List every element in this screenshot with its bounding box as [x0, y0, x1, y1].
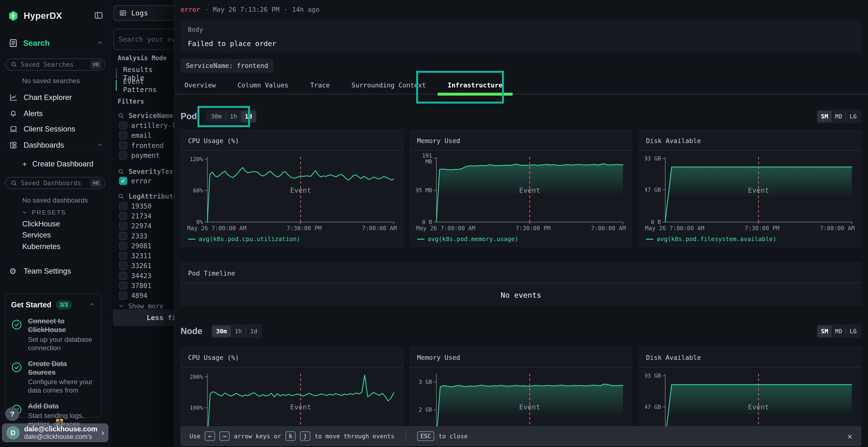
shortcut-badge: ⌘K	[90, 61, 102, 69]
service-name-tag[interactable]: ServiceName: frontend	[181, 59, 273, 72]
saved-dashboards-field[interactable]	[21, 179, 90, 187]
sidebar-collapse-icon[interactable]	[94, 11, 103, 21]
checkbox[interactable]	[119, 141, 127, 149]
filter-option-error[interactable]: ✓error	[119, 176, 174, 186]
sidebar-item-dashboards[interactable]: Dashboards	[0, 139, 110, 151]
chart-title: CPU Usage (%)	[181, 130, 403, 151]
size-lg[interactable]: LG	[846, 111, 860, 122]
saved-searches-field[interactable]	[21, 61, 90, 68]
tab-column-values[interactable]: Column Values	[238, 81, 288, 94]
checkbox[interactable]	[119, 122, 127, 130]
saved-searches-input[interactable]: ⌘K	[5, 59, 105, 71]
checkbox[interactable]	[119, 212, 127, 220]
filter-option[interactable]: 2333	[119, 231, 174, 241]
tab-infrastructure[interactable]: Infrastructure	[448, 81, 503, 94]
search-icon[interactable]	[118, 168, 124, 175]
k-key: k	[285, 431, 296, 441]
filter-option[interactable]: 33261	[119, 261, 174, 271]
filter-option[interactable]: 34423	[119, 271, 174, 281]
less-filters-button[interactable]: Less fil	[113, 309, 174, 326]
get-started-item[interactable]: Connect to ClickHouse Set up your databa…	[11, 317, 95, 352]
divider	[0, 150, 110, 151]
filter-option[interactable]: 19350	[119, 201, 174, 211]
filter-option-label: 34423	[131, 272, 151, 280]
size-sm-selected[interactable]: SM	[817, 325, 832, 337]
pod-memory-chart-card: Memory Used 191MB95 MB0 BEvent May 26 7:…	[410, 130, 632, 247]
get-started-item[interactable]: Create Data Sources Configure where your…	[11, 359, 95, 395]
keyboard-hint-bar: Use ← → arrow keys or k j to move throug…	[181, 426, 861, 446]
sidebar-item-team-settings[interactable]: ⚙ Team Settings	[0, 265, 110, 277]
search-icon[interactable]	[118, 193, 124, 200]
tab-trace[interactable]: Trace	[310, 81, 330, 94]
checkbox-checked[interactable]: ✓	[119, 177, 127, 185]
user-menu[interactable]: D dale@clickhouse.com dale@clickhouse.co…	[2, 423, 108, 442]
range-1h[interactable]: 1h	[226, 111, 241, 122]
close-icon[interactable]: ✕	[847, 431, 852, 441]
sidebar-item-alerts[interactable]: Alerts	[0, 107, 110, 120]
preset-kubernetes[interactable]: Kubernetes	[22, 242, 61, 252]
sidebar-item-chart-explorer[interactable]: Chart Explorer	[0, 91, 110, 104]
event-body-card: Body Failed to place order	[181, 20, 862, 53]
analysis-mode-event-patterns[interactable]: Event Patterns	[116, 80, 174, 91]
preset-services[interactable]: Services	[22, 230, 51, 240]
filters-label: Filters	[118, 98, 144, 105]
filter-option[interactable]: 4894	[119, 290, 174, 301]
chevron-down-icon	[118, 303, 124, 309]
svg-text:100%: 100%	[190, 405, 203, 411]
event-search-box[interactable]	[113, 29, 174, 50]
x-tick: 7:00:00 AM	[591, 225, 626, 232]
size-lg[interactable]: LG	[846, 325, 860, 337]
range-1d-selected[interactable]: 1d	[241, 111, 256, 122]
filter-group-servicename: ServiceName	[118, 110, 174, 121]
filter-option[interactable]: payment	[119, 150, 174, 161]
chevron-up-icon[interactable]	[89, 301, 95, 309]
checkbox[interactable]	[119, 252, 127, 260]
legend-swatch	[646, 239, 653, 240]
filter-option[interactable]: artillery-loa	[119, 121, 174, 131]
create-dashboard-button[interactable]: + Create Dashboard	[22, 158, 93, 170]
checkbox[interactable]	[119, 202, 127, 210]
sidebar-item-client-sessions[interactable]: Client Sessions	[0, 123, 110, 135]
filter-option[interactable]: 32311	[119, 251, 174, 261]
range-30m[interactable]: 30m	[207, 111, 225, 122]
checkbox[interactable]	[119, 222, 127, 230]
size-md[interactable]: MD	[832, 325, 845, 337]
chart-explorer-icon	[9, 93, 18, 102]
range-30m-selected[interactable]: 30m	[212, 325, 231, 337]
filter-option[interactable]: 29081	[119, 241, 174, 251]
presets-toggle[interactable]: PRESETS	[22, 208, 66, 217]
filter-option[interactable]: 37801	[119, 281, 174, 291]
range-1d[interactable]: 1d	[246, 325, 261, 337]
svg-text:0 B: 0 B	[422, 219, 432, 225]
filter-option[interactable]: 21734	[119, 211, 174, 221]
filter-option[interactable]: frontend	[119, 140, 174, 150]
svg-text:60%: 60%	[193, 187, 203, 194]
checkbox[interactable]	[119, 131, 127, 139]
preset-clickhouse[interactable]: ClickHouse	[22, 219, 60, 229]
checkbox[interactable]	[119, 291, 127, 300]
help-button[interactable]: ?	[5, 407, 19, 421]
sidebar-item-search[interactable]: Search	[9, 37, 103, 49]
source-selector-button[interactable]: Logs	[113, 5, 174, 21]
filter-group-title: SeverityText	[128, 168, 174, 176]
svg-text:191MB: 191MB	[422, 153, 432, 165]
search-icon[interactable]	[118, 112, 124, 119]
x-tick: 7:30:00 PM	[745, 225, 780, 232]
checkbox[interactable]	[119, 232, 127, 240]
tab-surrounding-context[interactable]: Surrounding Context	[351, 81, 426, 94]
size-md[interactable]: MD	[832, 111, 845, 122]
checkbox[interactable]	[119, 272, 127, 280]
get-started-panel: Get Started 3/3 Connect to ClickHouse Se…	[5, 294, 101, 418]
range-1h[interactable]: 1h	[231, 325, 246, 337]
filter-option[interactable]: email	[119, 130, 174, 140]
checkbox[interactable]	[119, 281, 127, 290]
filter-option[interactable]: 22974	[119, 221, 174, 231]
checkbox[interactable]	[119, 151, 127, 160]
checkbox[interactable]	[119, 262, 127, 270]
checkbox[interactable]	[119, 242, 127, 250]
size-sm-selected[interactable]: SM	[817, 111, 832, 122]
tab-overview[interactable]: Overview	[184, 81, 216, 94]
svg-text:Event: Event	[519, 186, 540, 194]
event-search-input[interactable]	[114, 29, 174, 49]
saved-dashboards-input[interactable]: ⌘K	[5, 177, 105, 189]
